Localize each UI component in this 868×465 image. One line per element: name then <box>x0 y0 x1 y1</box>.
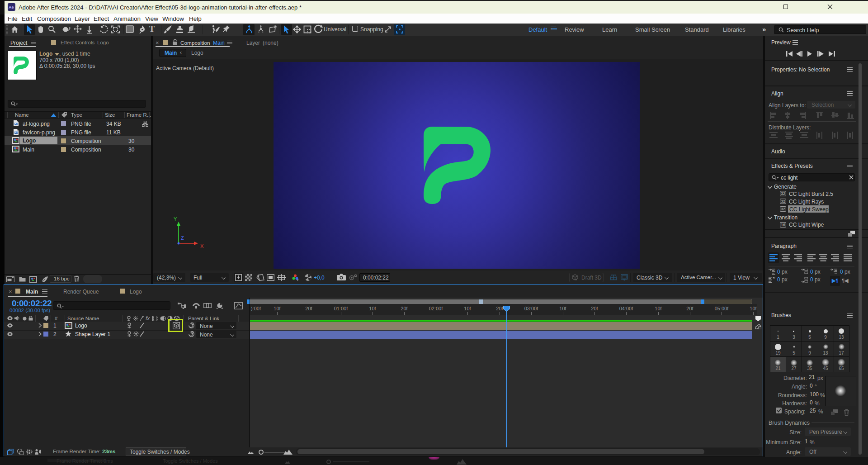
svg-text:32: 32 <box>781 191 785 196</box>
svg-text:32: 32 <box>781 207 785 211</box>
svg-text:Y: Y <box>174 216 177 222</box>
svg-text:32: 32 <box>781 199 785 204</box>
svg-text:Z: Z <box>181 235 184 241</box>
svg-text:16: 16 <box>781 223 785 227</box>
svg-text:X: X <box>200 243 204 249</box>
